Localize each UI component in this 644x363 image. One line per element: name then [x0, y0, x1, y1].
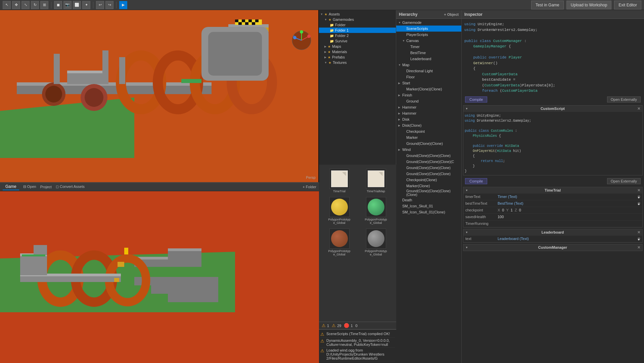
hier-arrow-hammer1: ▶	[398, 106, 402, 109]
custom-manager-header[interactable]: ▼ CustomManager ✕	[463, 244, 642, 251]
asset-timetrial[interactable]: TimeTrial	[322, 167, 357, 194]
hier-item-start[interactable]: ▶ Start	[396, 80, 461, 86]
inspector-content[interactable]: using UnityEngine; using DrunkenWrestler…	[462, 19, 644, 363]
upload-workshop-button[interactable]: Upload to Workshop	[566, 1, 612, 9]
tree-item-textures[interactable]: ▼ ★ Textures	[319, 60, 396, 65]
tool-snap[interactable]: ◼	[54, 1, 62, 9]
tool-grid[interactable]: ⊞	[40, 1, 48, 9]
tree-item-folder1[interactable]: 📁 Folder 1	[319, 28, 396, 33]
hier-item-playerscripts[interactable]: PlayerScripts	[396, 32, 461, 38]
asset-poly-yellow[interactable]: PolygonPrototype_Global	[322, 196, 357, 226]
right-columns: Hierarchy + Object ▼ Gamemode SceneScrip…	[396, 10, 644, 363]
tool-rotate[interactable]: ↻	[31, 1, 39, 9]
hier-item-directional-light[interactable]: Directional Light	[396, 68, 461, 74]
tool-undo[interactable]: ↩	[96, 1, 104, 9]
field-value-leaderboard-text[interactable]: Leaderboard (Text)	[498, 237, 529, 241]
compile-button-1[interactable]: Compile	[465, 96, 487, 103]
asset-timetrialmap[interactable]: TimeTrialMap	[358, 167, 394, 194]
hier-label-marker-clone2: Marker(Clone)	[406, 184, 430, 188]
hier-item-ground-cccc[interactable]: Ground(Clone)(Clone)(Clone)(C	[396, 159, 461, 165]
hier-item-hammer1[interactable]: ▶ Hammer	[396, 104, 461, 110]
hier-item-ground-cc3[interactable]: Ground(Clone)(Clone)(Clone)	[396, 171, 461, 177]
warn-icon: ⚠	[332, 323, 336, 328]
hier-item-checkpoint[interactable]: Checkpoint	[396, 128, 461, 134]
open-btn[interactable]: ⊟ Open	[23, 185, 36, 189]
hier-item-canvas[interactable]: ▼ Canvas	[396, 38, 461, 44]
tree-item-maps[interactable]: ▶ ★ Maps	[319, 44, 396, 49]
tool-arrow[interactable]: ↖	[3, 1, 11, 9]
hier-item-scenescripts[interactable]: SceneScripts	[396, 26, 461, 32]
field-dot-text[interactable]: ●	[638, 237, 640, 240]
compile-button-2[interactable]: Compile	[465, 178, 487, 184]
hier-item-gamemode[interactable]: ▼ Gamemode	[396, 19, 461, 26]
hier-arrow-gamemode: ▼	[398, 21, 402, 24]
custom-script-header[interactable]: ▼ CustomScript ✕	[463, 106, 642, 112]
tree-item-survive[interactable]: 📁 Survive	[319, 38, 396, 44]
custom-script-close[interactable]: ✕	[637, 107, 640, 111]
tool-scale[interactable]: ⤡	[21, 1, 30, 9]
exit-editor-button[interactable]: Exit Editor	[614, 1, 641, 9]
field-row-savedhealth: savedHealth 100	[463, 214, 642, 220]
hier-item-smskull[interactable]: SM_Icon_Skull_01	[396, 203, 461, 209]
time-trial-close[interactable]: ✕	[637, 188, 640, 193]
hier-item-ground-cc[interactable]: Ground(Clone)(Clone)	[396, 140, 461, 147]
convert-assets-btn[interactable]: ◻ Convert Assets	[56, 185, 85, 189]
field-dot-besttimetext[interactable]: ●	[638, 202, 640, 205]
open-externally-button-1[interactable]: Open Externally	[607, 96, 641, 103]
hier-item-death[interactable]: Death	[396, 197, 461, 203]
test-in-game-button[interactable]: Test in Game	[531, 1, 564, 9]
hier-item-checkpoint-clone[interactable]: Checkpoint(Clone)	[396, 177, 461, 183]
hier-item-floor[interactable]: Floor	[396, 74, 461, 80]
hier-item-ground[interactable]: Ground	[396, 98, 461, 104]
hier-item-besttime[interactable]: BestTime	[396, 50, 461, 56]
swatch-brown	[331, 230, 348, 247]
asset-poly-brown[interactable]: PolygonPrototype_Global	[322, 227, 357, 257]
field-value-timertext[interactable]: Timer (Text)	[498, 195, 517, 199]
hier-item-marker[interactable]: Marker	[396, 134, 461, 140]
tool-camera[interactable]: 📷	[63, 1, 72, 9]
project-btn[interactable]: Project	[40, 185, 52, 189]
field-dot-timertext[interactable]: ●	[638, 195, 640, 198]
tree-item-prefabs[interactable]: ▶ ★ Prefabs	[319, 54, 396, 60]
hier-item-ground-cc2[interactable]: Ground(Clone)(Clone)(Clone)	[396, 165, 461, 171]
inspector-header: Inspector	[462, 10, 644, 19]
leaderboard-close[interactable]: ✕	[637, 230, 640, 235]
hier-item-disk-clone[interactable]: ▶ Disk(Clone)	[396, 122, 461, 128]
add-folder-btn[interactable]: + Folder	[303, 185, 316, 189]
asset-poly-gray[interactable]: PolygonPrototype_Global	[358, 227, 394, 257]
asset-poly-green[interactable]: PolygonPrototype_Global	[358, 196, 394, 226]
bottom-viewport[interactable]	[0, 191, 319, 363]
svg-rect-60	[124, 248, 128, 254]
scene-gizmo[interactable]: X Y Z	[291, 30, 312, 50]
hier-item-hammer2[interactable]: ▶ Hammer	[396, 110, 461, 116]
hier-item-map[interactable]: ▼ Map	[396, 62, 461, 68]
game-viewport[interactable]: X Y Z Persp	[0, 10, 319, 183]
hier-item-ground-ccc[interactable]: Ground(Clone)(Clone)(Clone)	[396, 153, 461, 159]
tree-item-assets[interactable]: ▼ ★ Assets	[319, 11, 396, 17]
tool-move[interactable]: ✥	[12, 1, 20, 9]
hier-item-finish[interactable]: ▶ Finish	[396, 92, 461, 98]
custom-manager-close[interactable]: ✕	[637, 245, 640, 250]
tool-play[interactable]: ▶	[119, 1, 127, 9]
tree-item-materials[interactable]: ▶ ★ Materials	[319, 49, 396, 54]
tool-fx[interactable]: ✦	[82, 1, 90, 9]
hier-item-wind[interactable]: ▶ Wind	[396, 147, 461, 153]
game-tab[interactable]: Game	[3, 184, 19, 190]
hier-item-smskull-clone[interactable]: SM_Icon_Skull_01(Clone)	[396, 209, 461, 215]
hier-item-leaderboard[interactable]: Leaderboard	[396, 56, 461, 62]
tree-item-folder2[interactable]: 📁 Folder 2	[319, 33, 396, 38]
hier-item-marker-clone[interactable]: Marker(Clone)(Clone)	[396, 86, 461, 92]
time-trial-header[interactable]: ▼ TimeTrial ✕	[463, 187, 642, 194]
tool-redo[interactable]: ↪	[105, 1, 113, 9]
tree-item-folder[interactable]: 📁 Folder	[319, 22, 396, 28]
field-value-besttimetext[interactable]: BestTime (Text)	[498, 201, 523, 205]
hier-item-disk[interactable]: ▶ Disk	[396, 116, 461, 122]
open-externally-button-2[interactable]: Open Externally	[607, 178, 641, 184]
add-object-button[interactable]: + Object	[444, 12, 459, 16]
hier-item-timer[interactable]: Timer	[396, 44, 461, 50]
hier-item-ground-c4[interactable]: Ground(Clone)(Clone)(Clone)(Clone)	[396, 189, 461, 197]
tree-item-gamemodes[interactable]: ▼ ★ Gamemodes	[319, 17, 396, 22]
hier-item-marker-clone2[interactable]: Marker(Clone)	[396, 183, 461, 189]
tool-2d[interactable]: ⬜	[73, 1, 81, 9]
leaderboard-header[interactable]: ▼ Leaderboard ✕	[463, 229, 642, 236]
